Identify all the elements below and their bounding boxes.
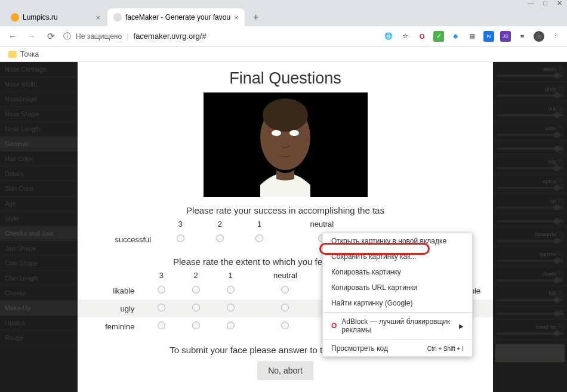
abort-button[interactable]: No, abort: [257, 361, 313, 380]
ctx-copy-url[interactable]: Копировать URL картинки: [323, 280, 472, 295]
list-icon[interactable]: ≡: [517, 31, 528, 42]
star-icon[interactable]: ☆: [400, 31, 411, 42]
maximize-button[interactable]: □: [543, 0, 547, 7]
address-bar: ← → ⟳ ⓘ Не защищено | facemaker.uvrg.org…: [0, 26, 567, 47]
question-1-label: Please rate your success in accomplishin…: [78, 197, 493, 218]
radio-button[interactable]: [177, 234, 184, 242]
window-controls: — □ ✕: [0, 0, 567, 6]
extension-icons: 🌐 ☆ O ✓ ◆ ▦ N JS ≡ ⋮: [383, 31, 561, 42]
minimize-button[interactable]: —: [527, 0, 534, 7]
tab-close-icon[interactable]: ×: [234, 13, 239, 22]
chevron-right-icon: ▶: [459, 323, 464, 329]
folder-icon: [8, 51, 17, 58]
radio-button[interactable]: [281, 322, 289, 329]
radio-button[interactable]: [216, 234, 224, 242]
context-menu: Открыть картинку в новой вкладке Сохрани…: [322, 233, 473, 357]
menu-icon[interactable]: ⋮: [550, 31, 561, 42]
reload-button[interactable]: ⟳: [44, 30, 57, 43]
ctx-separator: [323, 312, 472, 313]
bookmark-folder[interactable]: Точка: [20, 50, 39, 58]
shield-icon[interactable]: ◆: [450, 31, 461, 42]
forward-button[interactable]: →: [25, 30, 38, 43]
shortcut-label: Ctrl + Shift + I: [427, 345, 464, 352]
ctx-separator: [323, 339, 472, 339]
radio-button[interactable]: [227, 304, 235, 311]
new-tab-button[interactable]: +: [248, 10, 264, 25]
row-label-left: ugly: [78, 300, 144, 317]
radio-button[interactable]: [281, 304, 289, 311]
modal-title: Final Questions: [78, 62, 493, 92]
grid-icon[interactable]: ▦: [467, 31, 477, 42]
close-button[interactable]: ✕: [557, 0, 562, 7]
bookmark-bar: Точка: [0, 47, 567, 62]
tab-bar: Lumpics.ru × faceMaker - Generate your f…: [0, 6, 567, 26]
dim-overlay-left: [0, 62, 78, 392]
check-icon[interactable]: ✓: [433, 31, 444, 42]
ctx-adblock[interactable]: O AdBlock — лучший блокировщик рекламы ▶: [323, 314, 472, 338]
svg-point-4: [289, 130, 299, 136]
back-button[interactable]: ←: [6, 30, 19, 43]
tab-close-icon[interactable]: ×: [95, 13, 100, 22]
tab-lumpics[interactable]: Lumpics.ru ×: [5, 8, 106, 26]
row-label-left: likable: [78, 282, 144, 300]
tab-facemaker[interactable]: faceMaker - Generate your favou ×: [107, 8, 245, 26]
radio-button[interactable]: [192, 322, 200, 329]
radio-button[interactable]: [158, 322, 165, 329]
row-label-left: feminine: [78, 317, 144, 335]
favicon-icon: [11, 13, 19, 21]
ctx-search-image[interactable]: Найти картинку (Google): [323, 295, 472, 311]
ctx-inspect[interactable]: Просмотреть код Ctrl + Shift + I: [323, 341, 472, 356]
tab-title: Lumpics.ru: [23, 13, 58, 21]
ctx-open-new-tab[interactable]: Открыть картинку в новой вкладке: [323, 233, 472, 249]
url-field[interactable]: ⓘ Не защищено | facemaker.uvrg.org/#: [63, 31, 377, 42]
opera-icon[interactable]: O: [417, 31, 427, 42]
translate-icon[interactable]: 🌐: [383, 31, 394, 42]
radio-button[interactable]: [158, 286, 165, 294]
dim-overlay-right: [493, 62, 567, 392]
ctx-copy-image[interactable]: Копировать картинку: [323, 264, 472, 280]
js-icon[interactable]: JS: [500, 31, 511, 42]
page-content: Nose Cartilage Nose Width Nosebridge Nos…: [0, 62, 567, 392]
radio-button[interactable]: [192, 304, 200, 311]
security-label: Не защищено: [76, 32, 122, 41]
radio-button[interactable]: [158, 304, 165, 311]
row-label-left: successful: [78, 230, 161, 248]
favicon-icon: [113, 13, 122, 21]
radio-button[interactable]: [255, 234, 263, 242]
face-image[interactable]: [204, 92, 368, 197]
avatar-icon[interactable]: [534, 31, 544, 42]
tab-title: faceMaker - Generate your favou: [125, 13, 230, 21]
url-text: facemaker.uvrg.org/#: [134, 32, 207, 41]
ctx-save-image-as[interactable]: Сохранить картинку как...: [323, 249, 472, 264]
svg-point-2: [263, 98, 308, 132]
n-icon[interactable]: N: [483, 31, 494, 42]
radio-button[interactable]: [227, 322, 235, 329]
radio-button[interactable]: [192, 286, 200, 294]
radio-button[interactable]: [227, 286, 235, 294]
radio-button[interactable]: [281, 286, 289, 294]
security-icon: ⓘ: [63, 31, 71, 42]
svg-point-3: [272, 130, 281, 136]
face-render: [204, 92, 368, 197]
